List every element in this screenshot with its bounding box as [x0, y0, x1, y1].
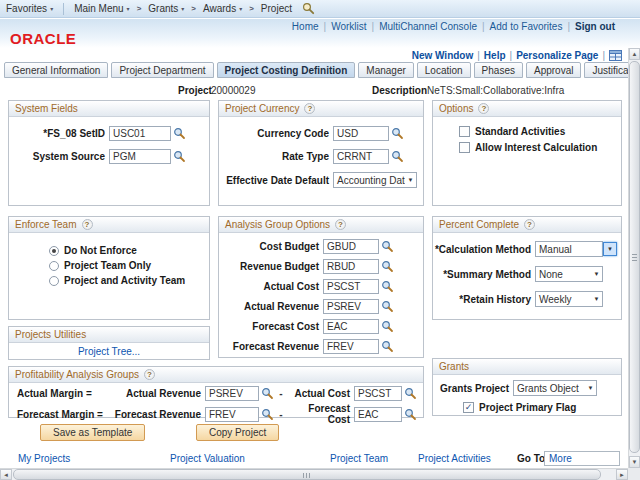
scroll-up-arrow-icon[interactable]: ▲ [629, 48, 640, 60]
project-team-link[interactable]: Project Team [330, 453, 388, 464]
minus-operator: - [274, 409, 288, 420]
scroll-right-arrow-icon[interactable]: ► [616, 469, 628, 480]
vertical-scrollbar[interactable]: ▲ ▼ [628, 48, 640, 468]
lookup-icon[interactable] [391, 150, 404, 163]
scroll-left-arrow-icon[interactable]: ◄ [0, 469, 12, 480]
field-row: Grants Project Grants Object ▼ [433, 380, 621, 396]
field-row: *Retain History Weekly ▼ [433, 291, 621, 307]
fs08-setid-input[interactable]: USC01 [109, 126, 171, 141]
help-icon[interactable]: ? [335, 219, 346, 230]
breadcrumb-awards[interactable]: Awards ▾ [197, 3, 248, 14]
help-icon[interactable]: ? [304, 103, 315, 114]
actual-cost-input[interactable]: PSCST [323, 279, 379, 294]
main-menu[interactable]: Main Menu ▾ [68, 3, 135, 14]
goto-select[interactable]: More [544, 451, 620, 466]
tab-manager[interactable]: Manager [358, 62, 413, 78]
lookup-icon[interactable] [404, 408, 417, 421]
sign-out-link[interactable]: Sign out [575, 21, 615, 32]
tab-general-information[interactable]: General Information [4, 62, 108, 78]
tab-justification[interactable]: Justification [584, 62, 628, 78]
currency-code-input[interactable]: USD [333, 126, 389, 141]
project-and-activity-team-radio[interactable] [49, 276, 59, 286]
forecast-revenue-label: Forecast Revenue [113, 409, 205, 420]
breadcrumb-grants[interactable]: Grants ▾ [142, 3, 190, 14]
link-worklist[interactable]: Worklist [331, 21, 366, 32]
calculation-method-dropdown-button[interactable]: ▼ [603, 242, 617, 256]
tab-project-department[interactable]: Project Department [111, 62, 213, 78]
retain-history-select[interactable]: Weekly ▼ [535, 291, 603, 307]
project-team-only-radio[interactable] [49, 261, 59, 271]
save-as-template-button[interactable]: Save as Template [40, 424, 145, 441]
forecast-revenue-input[interactable]: FREV [205, 407, 259, 422]
forecast-cost-input[interactable]: EAC [323, 319, 379, 334]
personalize-layout-grid-icon[interactable] [609, 50, 622, 61]
vertical-scrollbar-thumb[interactable] [629, 61, 640, 453]
lookup-icon[interactable] [381, 240, 394, 253]
field-row: Currency Code USD [219, 126, 423, 141]
lookup-icon[interactable] [173, 150, 186, 163]
tab-location[interactable]: Location [417, 62, 471, 78]
lookup-icon[interactable] [261, 387, 274, 400]
field-row: Effective Date Default Accounting Date ▼ [219, 172, 423, 188]
lookup-icon[interactable] [381, 260, 394, 273]
help-icon[interactable]: ? [144, 369, 155, 380]
options-header: Options ? [433, 101, 621, 117]
allow-interest-calculation-checkbox[interactable] [459, 142, 470, 153]
help-icon[interactable]: ? [524, 219, 535, 230]
section-title: Enforce Team [15, 219, 77, 230]
system-source-input[interactable]: PGM [109, 149, 171, 164]
cost-budget-label: Cost Budget [219, 241, 323, 252]
tab-project-costing-definition[interactable]: Project Costing Definition [217, 62, 356, 78]
actual-revenue-input[interactable]: PSREV [205, 386, 259, 401]
project-valuation-link[interactable]: Project Valuation [170, 453, 245, 464]
lookup-icon[interactable] [381, 300, 394, 313]
help-icon[interactable]: ? [478, 103, 489, 114]
forecast-cost-input[interactable]: EAC [354, 407, 402, 422]
tab-bar: General Information Project Department P… [4, 62, 628, 79]
revenue-budget-input[interactable]: RBUD [323, 259, 379, 274]
lookup-icon[interactable] [261, 408, 274, 421]
search-icon[interactable] [302, 2, 315, 15]
copy-project-button[interactable]: Copy Project [196, 424, 279, 441]
lookup-icon[interactable] [381, 340, 394, 353]
grants-groupbox: Grants Grants Project Grants Object ▼ ✓ … [432, 358, 622, 416]
cost-budget-input[interactable]: GBUD [323, 239, 379, 254]
actual-revenue-input[interactable]: PSREV [323, 299, 379, 314]
forecast-revenue-input[interactable]: FREV [323, 339, 379, 354]
help-icon[interactable]: ? [82, 219, 93, 230]
oracle-logo: ORACLE [10, 30, 76, 47]
lookup-icon[interactable] [404, 387, 417, 400]
my-projects-link[interactable]: My Projects [18, 453, 70, 464]
project-activities-link[interactable]: Project Activities [418, 453, 491, 464]
horizontal-scrollbar-thumb[interactable] [13, 469, 601, 480]
lookup-icon[interactable] [173, 127, 186, 140]
effective-date-default-select[interactable]: Accounting Date ▼ [333, 172, 417, 188]
checkbox-row: Standard Activities [459, 126, 621, 137]
calculation-method-select[interactable]: Manual [535, 241, 603, 257]
rate-type-input[interactable]: CRRNT [333, 149, 389, 164]
forecast-cost-label: Forecast Cost [288, 403, 354, 425]
tab-phases[interactable]: Phases [474, 62, 523, 78]
scroll-down-arrow-icon[interactable]: ▼ [629, 456, 640, 468]
lookup-icon[interactable] [381, 320, 394, 333]
help-link[interactable]: Help [484, 50, 506, 61]
tab-approval[interactable]: Approval [526, 62, 581, 78]
summary-method-select[interactable]: None ▼ [535, 266, 603, 282]
link-multichannel-console[interactable]: MultiChannel Console [379, 21, 477, 32]
grants-project-select[interactable]: Grants Object ▼ [513, 380, 597, 396]
horizontal-scrollbar[interactable]: ◄ ► [0, 468, 628, 480]
personalize-page-link[interactable]: Personalize Page [516, 50, 598, 61]
breadcrumb-project[interactable]: Project [255, 3, 298, 14]
project-primary-flag-checkbox[interactable]: ✓ [463, 402, 474, 413]
standard-activities-checkbox[interactable] [459, 126, 470, 137]
link-add-to-favorites[interactable]: Add to Favorites [490, 21, 563, 32]
favorites-menu[interactable]: Favorites ▾ [0, 3, 59, 14]
lookup-icon[interactable] [391, 127, 404, 140]
project-tree-link[interactable]: Project Tree... [78, 346, 140, 357]
lookup-icon[interactable] [381, 280, 394, 293]
do-not-enforce-radio[interactable] [49, 246, 59, 256]
project-value: 20000029 [211, 85, 256, 96]
actual-cost-input[interactable]: PSCST [354, 386, 402, 401]
link-home[interactable]: Home [292, 21, 319, 32]
new-window-link[interactable]: New Window [412, 50, 474, 61]
